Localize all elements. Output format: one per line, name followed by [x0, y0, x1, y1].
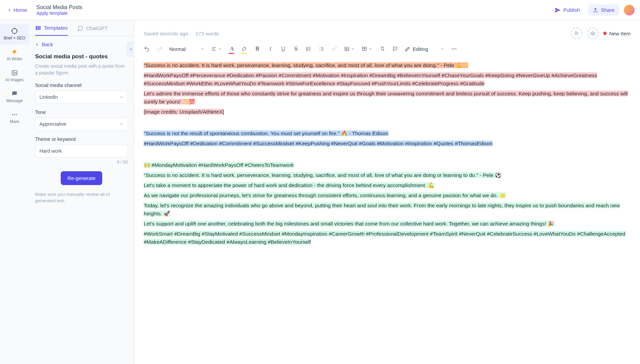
svg-rect-11 — [36, 26, 37, 30]
text: #HardWorkPaysOff #Perseverance #Dedicati… — [144, 72, 597, 86]
nav-message[interactable]: Message — [0, 86, 29, 107]
sidebar-panel: Templates ChatGPT Back Social media post… — [29, 20, 134, 364]
back-link[interactable]: Back — [35, 41, 53, 47]
svg-point-7 — [13, 72, 14, 73]
heading-select[interactable]: Normal — [169, 46, 204, 52]
svg-point-10 — [16, 114, 17, 115]
text: #WorkSmart #DreamBig #StayMotivated #Suc… — [144, 231, 625, 245]
saved-status: Saved seconds ago — [144, 31, 188, 36]
editor: Saved seconds ago 273 words New Item — [134, 20, 640, 364]
text: [Image credits: Unsplash/AthleteX] — [144, 109, 224, 115]
image-icon — [11, 69, 18, 76]
home-button[interactable]: Home — [4, 5, 30, 15]
regenerate-button[interactable]: Re-generate — [61, 171, 102, 185]
page-title: Social Media Posts — [36, 4, 82, 10]
svg-point-42 — [454, 49, 455, 50]
table-button[interactable] — [362, 45, 372, 53]
link-button[interactable] — [331, 45, 337, 53]
chevron-down-icon — [368, 47, 372, 51]
italic-button[interactable]: I — [267, 45, 273, 53]
text: Let's support and uplift one another, ce… — [144, 221, 554, 226]
svg-text:3: 3 — [319, 49, 321, 51]
chevron-down-icon — [119, 95, 123, 99]
link-icon — [332, 46, 337, 52]
underline-button[interactable]: U — [280, 45, 286, 53]
font-color-button[interactable]: A — [229, 45, 235, 53]
svg-point-1 — [12, 29, 17, 34]
nav-more[interactable]: More — [0, 107, 29, 128]
add-image-button[interactable] — [587, 28, 599, 39]
status-label: New Item — [609, 31, 631, 36]
highlight-button[interactable] — [242, 45, 248, 53]
clear-format-icon — [380, 46, 385, 52]
field-label-tone: Tone — [35, 110, 128, 115]
status-dot-icon — [603, 32, 607, 35]
bold-button[interactable]: B — [254, 45, 260, 53]
text: Let's take a moment to appreciate the po… — [144, 182, 434, 188]
numbered-list-button[interactable]: 123 — [318, 45, 325, 53]
nav-label: More — [10, 119, 19, 124]
tab-chatgpt[interactable]: ChatGPT — [77, 25, 108, 36]
back-label: Back — [42, 41, 53, 47]
theme-value: Hard work — [39, 148, 62, 154]
mode-select[interactable]: Editing — [405, 46, 444, 52]
undo-icon — [144, 46, 150, 52]
nav-rail: Brief + SEO AI Writer AI Images Message … — [0, 20, 29, 364]
chevron-down-icon — [200, 47, 204, 51]
avatar[interactable] — [624, 5, 635, 16]
tab-templates[interactable]: Templates — [35, 25, 68, 36]
clear-format-button[interactable] — [379, 45, 385, 53]
align-button[interactable] — [211, 45, 222, 53]
publish-button[interactable]: Publish — [551, 5, 583, 15]
chevron-left-icon — [7, 8, 11, 12]
tone-select[interactable]: Appreciative — [35, 118, 128, 130]
svg-point-14 — [575, 32, 577, 33]
image-button[interactable] — [344, 45, 355, 53]
text: Today, let's recognize the amazing indiv… — [144, 203, 620, 216]
publish-label: Publish — [563, 7, 580, 13]
pencil-icon — [405, 47, 410, 52]
chevron-down-icon — [218, 47, 222, 51]
svg-point-21 — [307, 47, 307, 48]
nav-ai-writer[interactable]: AI Writer — [0, 44, 29, 65]
tab-label: ChatGPT — [86, 25, 108, 31]
field-label-channel: Social media channel — [35, 83, 128, 88]
channel-select[interactable]: LinkedIn — [35, 91, 128, 103]
collapse-panel-button[interactable] — [127, 42, 134, 57]
align-left-icon — [211, 46, 217, 52]
undo-button[interactable] — [144, 45, 150, 53]
share-button[interactable]: Share — [588, 4, 619, 16]
message-icon — [11, 90, 18, 97]
text: As we navigate our professional journeys… — [144, 192, 506, 198]
nav-label: Message — [6, 98, 23, 103]
bolt-icon — [11, 49, 18, 55]
chevron-down-icon — [119, 122, 123, 126]
heading-value: Normal — [169, 46, 186, 52]
svg-rect-6 — [12, 70, 17, 75]
editor-content[interactable]: "Success is no accident. It is hard work… — [134, 58, 640, 364]
redo-button[interactable] — [157, 45, 163, 53]
chevron-left-icon — [35, 42, 39, 47]
svg-point-23 — [307, 50, 307, 51]
status-select[interactable]: New Item — [603, 31, 631, 36]
strikethrough-button[interactable]: S — [293, 45, 299, 53]
text: Let's admire the immense efforts of thos… — [144, 91, 628, 104]
bullet-list-button[interactable] — [306, 45, 312, 53]
numbered-list-icon: 123 — [319, 46, 324, 52]
editor-toolbar: Normal A B I U S 123 — [134, 43, 640, 58]
chevron-down-icon — [440, 47, 444, 51]
svg-point-17 — [592, 33, 593, 34]
tab-label: Templates — [44, 25, 68, 31]
add-user-button[interactable] — [571, 28, 582, 39]
nav-brief-seo[interactable]: Brief + SEO — [0, 24, 29, 44]
highlighter-icon — [242, 46, 247, 52]
nav-ai-images[interactable]: AI Images — [0, 65, 29, 86]
more-icon — [451, 46, 457, 52]
apply-template-link[interactable]: Apply template — [36, 10, 82, 16]
panel-description: Create social media post with a quote fr… — [35, 63, 128, 77]
theme-input[interactable]: Hard work — [35, 145, 128, 157]
user-plus-icon — [574, 31, 579, 36]
comment-button[interactable] — [392, 45, 398, 53]
svg-rect-12 — [38, 26, 39, 30]
more-options-button[interactable] — [451, 45, 457, 53]
